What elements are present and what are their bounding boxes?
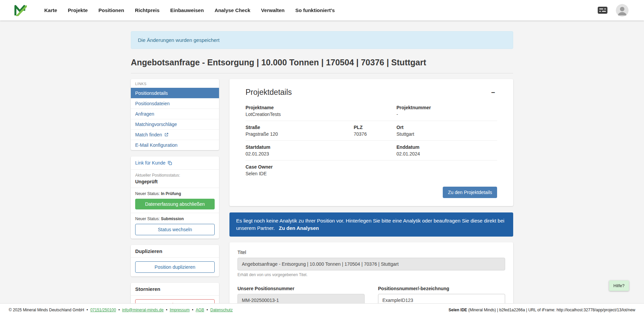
analytics-banner: Es liegt noch keine Analytik zu Ihrer Po… bbox=[229, 212, 513, 237]
current-status-label: Aktueller Positionsstatus: bbox=[135, 173, 215, 178]
nav-item-projekte[interactable]: Projekte bbox=[64, 4, 91, 16]
footer-session-info: Selen IDE (Mineral Minds) | b2fed1a2266a… bbox=[448, 308, 635, 312]
copyright-text: © 2025 Mineral Minds Deutschland GmbH bbox=[9, 308, 84, 312]
separator: • bbox=[192, 308, 193, 312]
new-status-line-2: Neuer Status: Submission bbox=[135, 216, 215, 221]
nav-right bbox=[597, 4, 629, 17]
new-status-line-1: Neuer Status: In Prüfung bbox=[135, 191, 215, 196]
main-nav: Karte Projekte Positionen Richtpreis Ein… bbox=[41, 4, 597, 16]
plz-field: PLZ 70376 bbox=[354, 125, 397, 137]
sidebar-item-email-konfiguration[interactable]: E-Mail Konfiguration bbox=[131, 140, 219, 150]
titel-label: Titel bbox=[237, 250, 505, 255]
strasse-field: Straße Pragstraße 120 bbox=[246, 125, 354, 137]
links-header: LINKS bbox=[131, 79, 219, 88]
customer-link[interactable]: Link für Kunde bbox=[135, 160, 172, 166]
mineral-minds-logo-icon bbox=[14, 5, 27, 16]
footer: © 2025 Mineral Minds Deutschland GmbH • … bbox=[0, 303, 644, 316]
sidebar-item-matchingvorschlaege[interactable]: Matchingvorschläge bbox=[131, 119, 219, 129]
footer-left: © 2025 Mineral Minds Deutschland GmbH • … bbox=[9, 308, 233, 312]
projektname-field: Projektname LotCreationTests bbox=[246, 105, 396, 117]
projektnummer-field: Projektnummer - bbox=[396, 105, 497, 117]
sidebar-links-card: LINKS Positionsdetails Positionsdateien … bbox=[131, 79, 219, 150]
titel-input bbox=[237, 258, 505, 270]
enddatum-field: Enddatum 02.01.2024 bbox=[396, 144, 497, 156]
nav-item-karte[interactable]: Karte bbox=[41, 4, 60, 16]
analytics-banner-text: Es liegt noch keine Analytik zu Ihrer Po… bbox=[236, 218, 504, 231]
agb-link[interactable]: AGB bbox=[196, 308, 204, 312]
ort-field: Ort Stuttgart bbox=[396, 125, 497, 137]
sidebar: LINKS Positionsdetails Positionsdateien … bbox=[131, 79, 219, 316]
sidebar-item-match-finden[interactable]: Match finden bbox=[131, 129, 219, 140]
avatar[interactable] bbox=[616, 4, 629, 17]
external-link-icon bbox=[164, 133, 168, 137]
phone-link[interactable]: 07151/250100 bbox=[90, 308, 116, 312]
save-alert: Die Änderungen wurden gespeichert bbox=[131, 31, 513, 49]
duplicate-card: Duplizieren Position duplizieren bbox=[131, 245, 219, 276]
project-details-card: Projektdetails − Projektname LotCreation… bbox=[229, 79, 513, 206]
titel-help: Erhält den von uns vorgegebenen Titel. bbox=[237, 272, 505, 277]
pos-number-label: Positionsnummer/-bezeichnung bbox=[378, 286, 505, 291]
page-title: Angebotsanfrage - Entsorgung | 10.000 To… bbox=[131, 58, 513, 73]
separator: • bbox=[87, 308, 88, 312]
top-nav: Karte Projekte Positionen Richtpreis Ein… bbox=[0, 0, 644, 20]
case-owner-field: Case Owner Selen IDE bbox=[246, 164, 396, 176]
logo[interactable] bbox=[14, 5, 27, 16]
nav-item-so-funktionierts[interactable]: So funktioniert's bbox=[292, 4, 338, 16]
sidebar-item-label: Match finden bbox=[135, 132, 162, 137]
analytics-link[interactable]: Zu den Analysen bbox=[279, 225, 319, 231]
status-card: Link für Kunde Aktueller Positionsstatus… bbox=[131, 156, 219, 239]
collapse-button[interactable]: − bbox=[489, 88, 497, 97]
nav-item-richtpreis[interactable]: Richtpreis bbox=[131, 4, 163, 16]
project-details-button[interactable]: Zu den Projektdetails bbox=[443, 187, 497, 198]
nav-item-analyse-check[interactable]: Analyse Check bbox=[211, 4, 254, 16]
main-content: Projektdetails − Projektname LotCreation… bbox=[229, 79, 513, 316]
complete-data-entry-button[interactable]: Datenerfassung abschließen bbox=[135, 199, 215, 209]
sidebar-item-positionsdetails[interactable]: Positionsdetails bbox=[131, 88, 219, 98]
switch-status-button[interactable]: Status wechseln bbox=[135, 224, 215, 235]
separator: • bbox=[166, 308, 167, 312]
help-button[interactable]: Hilfe? bbox=[609, 280, 629, 291]
duplicate-heading: Duplizieren bbox=[131, 245, 219, 258]
datenschutz-link[interactable]: Datenschutz bbox=[210, 308, 233, 312]
our-number-label: Unsere Positionsnummer bbox=[237, 286, 365, 291]
customer-link-label: Link für Kunde bbox=[135, 160, 165, 166]
person-icon bbox=[616, 4, 629, 17]
duplicate-position-button[interactable]: Position duplizieren bbox=[135, 261, 215, 273]
nav-item-einbauweisen[interactable]: Einbauweisen bbox=[167, 4, 207, 16]
current-status-value: Ungeprüft bbox=[135, 179, 215, 184]
email-link[interactable]: info@mineral-minds.de bbox=[122, 308, 164, 312]
project-details-title: Projektdetails bbox=[246, 88, 292, 97]
startdatum-field: Startdatum 02.01.2023 bbox=[246, 144, 396, 156]
separator: • bbox=[118, 308, 120, 312]
nav-item-positionen[interactable]: Positionen bbox=[95, 4, 128, 16]
keyboard-icon[interactable] bbox=[597, 6, 608, 14]
nav-item-verwalten[interactable]: Verwalten bbox=[258, 4, 288, 16]
sidebar-item-positionsdateien[interactable]: Positionsdateien bbox=[131, 98, 219, 109]
sidebar-item-anfragen[interactable]: Anfragen bbox=[131, 109, 219, 119]
impressum-link[interactable]: Impressum bbox=[170, 308, 190, 312]
separator: • bbox=[207, 308, 208, 312]
cancel-heading: Stornieren bbox=[131, 283, 219, 296]
copy-icon bbox=[168, 161, 172, 165]
